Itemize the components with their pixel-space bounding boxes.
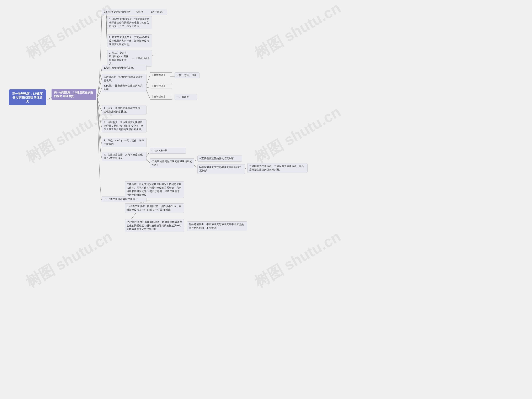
sub2-b-node: b.根据加速度的方向与速度方向间的关系判断: [197, 164, 245, 174]
accel-1-label: 1、定义：速度的变化量与发生这一变化所用时间的比值。: [102, 105, 146, 115]
top-branch-label: 1.5 速度变化快慢的描述——加速度 —— 【教学目标】: [102, 9, 167, 15]
teaching-method-label: 【教学方法】: [150, 72, 172, 78]
watermark-2: 树图 shutu.cn: [251, 0, 344, 64]
teaching-method-value: 比较、分析、归纳: [175, 72, 200, 78]
sub2-a-node: a.直接根据速度的变化情况判断；: [197, 155, 242, 161]
content-2-label: 2.区别速度、速度的变化量及速度的变化率。: [102, 74, 146, 84]
teaching-method-value-node: 比较、分析、归纳: [175, 72, 200, 78]
item5-sub1-node: (1)平均加速度与一段时间(或一段位移)相对应，瞬时加速度与某一时刻(或某一位置…: [125, 203, 184, 213]
item4-sub1-node: (1)△v=v末-v初: [150, 148, 186, 154]
item5-intro-node: 严格地讲，由公式定义的加速度实际上指的是平均加速度。同平均速度与瞬时速度的关系相…: [125, 181, 184, 198]
sub2-b-label: b.根据加速度的方向与速度方向间的关系判断: [197, 164, 245, 174]
sub2-a-label: a.直接根据速度的变化情况判断；: [197, 155, 242, 161]
item5-intro-label: 严格地讲，由公式定义的加速度实际上指的是平均加速度。同平均速度与瞬时速度的关系相…: [125, 181, 184, 198]
teaching-tools-label: 【教学用具】: [150, 83, 172, 89]
sub2-detail-node: 二者同向为加速运动，二者反向为减速运动，而不是根据加速度的正负来判断。: [247, 163, 308, 173]
content-3-node: 3.利用v－t图象来分析加速度的相关问题。: [102, 83, 146, 92]
goal-3-label: 3. 能从匀变速直线运动的v－t图像理解加速度的意义。 — 【重点难点】: [107, 50, 152, 66]
item4-sub2-node: (2)判断物体是做加速还是减速运动的方法：: [150, 158, 194, 168]
goal-1-label: 1. 理解加速度的概念。知道加速度是表示速度变化快慢的物理量，知道它的定义、公式…: [107, 16, 152, 29]
goal-2-node: 2. 知道加速度是矢量，方向始终与速度变化量的方向一致，知道加速度与速度变化量的…: [107, 34, 152, 47]
accel-1-node: 1、定义：速度的变化量与发生这一变化所用时间的比值。: [102, 105, 146, 115]
teaching-method-node: 【教学方法】: [150, 72, 172, 78]
goal-1-node: 1. 理解加速度的概念。知道加速度是表示速度变化快慢的物理量，知道它的定义、公式…: [107, 16, 152, 29]
watermark-4: 树图 shutu.cn: [251, 102, 344, 167]
accel-4-node: 4、加速度是矢量：方向与速度变化量△v的方向相同。: [102, 152, 146, 161]
root-label: 高一物理教案：1.5速度变化快慢的描述 加速度(1): [9, 90, 46, 105]
watermark-6: 树图 shutu.cn: [251, 227, 344, 292]
accel-2-label: 2、物理意义：表示速度变化快慢的物理量，是速度对时间的变化率，数值上等于单位时间…: [102, 119, 146, 132]
teaching-tools-node: 【教学用具】: [150, 83, 172, 89]
content-2-node: 2.区别速度、速度的变化量及速度的变化率。: [102, 74, 146, 84]
item5-sub1-label: (1)平均加速度与一段时间(或一段位移)相对应，瞬时加速度与某一时刻(或某一位置…: [125, 203, 184, 213]
level1-label: 高一物理教案：1.5速度变化快慢的描述 加速度(1): [51, 89, 96, 100]
accel-4-label: 4、加速度是矢量：方向与速度变化量△v的方向相同。: [102, 152, 146, 161]
top-branch-node: 1.5 速度变化快慢的描述——加速度 —— 【教学目标】: [102, 9, 195, 15]
teaching-process-value: 一、加速度: [175, 94, 197, 100]
item5-sub2-node: (2)平均加速度只能粗略地描述一段时间内物体速度变化的快慢程度，瞬时速度能够精确…: [125, 219, 184, 232]
accel-2-node: 2、物理意义：表示速度变化快慢的物理量，是速度对时间的变化率，数值上等于单位时间…: [102, 119, 146, 132]
mindmap-container: 树图 shutu.cn 树图 shutu.cn 树图 shutu.cn 树图 s…: [0, 0, 532, 399]
item5-note-label: 另外还需指出，平均加速度与加速度的平均值也是有严格区别的，不可混淆。: [187, 221, 247, 231]
teaching-process-value-node: 一、加速度: [175, 94, 197, 100]
teaching-process-label: 【教学过程】: [150, 94, 172, 100]
sub2-detail-label: 二者同向为加速运动，二者反向为减速运动，而不是根据加速度的正负来判断。: [247, 163, 308, 173]
root-node[interactable]: 高一物理教案：1.5速度变化快慢的描述 加速度(1): [9, 90, 48, 105]
content-3-label: 3.利用v－t图象来分析加速度的相关问题。: [102, 83, 146, 92]
accel-3-label: 3、单位：m/s2 (m·s-2)，读作：米每二次方秒: [102, 138, 146, 147]
teaching-process-node: 【教学过程】: [150, 94, 172, 100]
item5-note-node: 另外还需指出，平均加速度与加速度的平均值也是有严格区别的，不可混淆。: [187, 221, 247, 231]
goal-3-node: 3. 能从匀变速直线运动的v－t图像理解加速度的意义。 — 【重点难点】: [107, 50, 152, 66]
item4-sub2-label: (2)判断物体是做加速还是减速运动的方法：: [150, 158, 194, 168]
item5-sub2-label: (2)平均加速度只能粗略地描述一段时间内物体速度变化的快慢程度，瞬时速度能够精确…: [125, 219, 184, 232]
content-1-node: 1.加速度的概念及物理意义。: [102, 65, 146, 71]
level1-node[interactable]: 高一物理教案：1.5速度变化快慢的描述 加速度(1): [51, 89, 96, 100]
goal-2-label: 2. 知道加速度是矢量，方向始终与速度变化量的方向一致，知道加速度与速度变化量的…: [107, 34, 152, 47]
watermark-5: 树图 shutu.cn: [22, 227, 116, 292]
accel-3-node: 3、单位：m/s2 (m·s-2)，读作：米每二次方秒: [102, 138, 146, 147]
item4-sub1-label: (1)△v=v末-v初: [150, 148, 186, 154]
content-1-label: 1.加速度的概念及物理意义。: [102, 65, 146, 71]
